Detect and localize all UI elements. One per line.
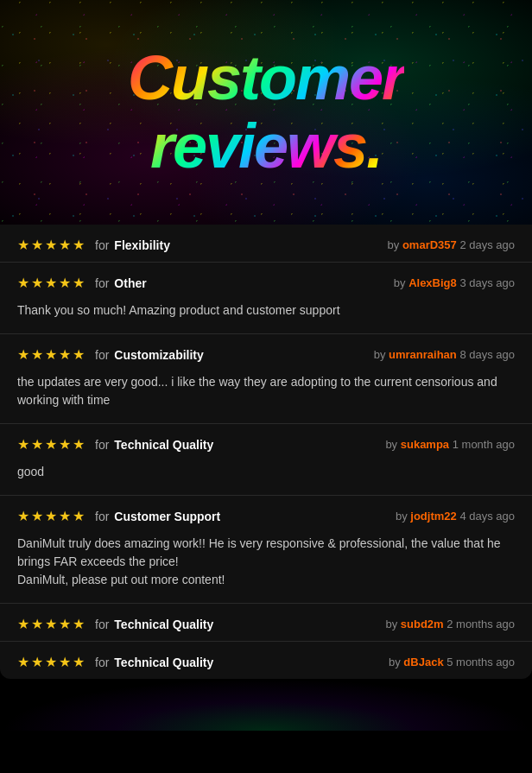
review-time: 2 months ago [444,618,515,630]
review-row: ★★★★★ for Technical Qualityby sukampa 1 … [0,424,532,496]
for-label: for [95,276,109,290]
review-left: ★★★★★ for Other [17,275,147,291]
review-meta: by sukampa 1 month ago [385,438,515,451]
star-rating: ★★★★★ [17,346,86,363]
review-row: ★★★★★ for Technical Qualityby subd2m 2 m… [0,604,532,642]
reviewer-name: umranraihan [389,348,457,361]
review-meta: by jodjtm22 4 days ago [396,510,515,523]
reviewer-name: AlexBig8 [408,276,457,289]
review-body: DaniMult truly does amazing work!! He is… [0,533,532,603]
reviewer-name: omarD357 [402,238,457,251]
for-label: for [95,438,109,452]
bottom-decoration [0,679,532,731]
review-left: ★★★★★ for Flexibility [17,237,170,253]
reviewer-name: jodjtm22 [410,510,456,523]
category-label: Technical Quality [114,618,213,631]
by-label: by [389,656,403,668]
review-header: ★★★★★ for Technical Qualityby subd2m 2 m… [0,604,532,641]
review-left: ★★★★★ for Customizability [17,346,204,363]
category-label: Other [114,276,146,290]
star-rating: ★★★★★ [17,275,86,291]
review-header: ★★★★★ for Customizabilityby umranraihan … [0,334,532,371]
for-label: for [95,510,109,523]
hero-title: Customerreviews. [128,44,404,181]
by-label: by [396,510,410,523]
category-label: Technical Quality [114,438,213,452]
by-label: by [388,238,402,251]
review-time: 2 days ago [457,238,515,251]
review-meta: by dBJack 5 months ago [389,656,515,668]
reviewer-name: sukampa [401,438,449,451]
star-rating: ★★★★★ [17,436,86,453]
review-header: ★★★★★ for Technical Qualityby dBJack 5 m… [0,642,532,679]
reviewer-name: dBJack [403,656,443,668]
review-time: 1 month ago [449,438,515,451]
review-left: ★★★★★ for Customer Support [17,508,220,524]
review-time: 5 months ago [444,656,515,668]
reviews-section: ★★★★★ for Flexibilityby omarD357 2 days … [0,225,532,679]
review-row: ★★★★★ for Technical Qualityby dBJack 5 m… [0,642,532,679]
review-meta: by AlexBig8 3 days ago [394,276,515,289]
category-label: Customer Support [114,510,220,523]
for-label: for [95,656,109,669]
star-rating: ★★★★★ [17,237,86,253]
review-time: 8 days ago [457,348,515,361]
for-label: for [95,348,109,362]
review-header: ★★★★★ for Otherby AlexBig8 3 days ago [0,263,532,300]
by-label: by [385,438,400,451]
review-row: ★★★★★ for Customer Supportby jodjtm22 4 … [0,496,532,604]
review-time: 4 days ago [457,510,515,523]
star-rating: ★★★★★ [17,616,86,632]
review-body: Thank you so much! Amazing product and c… [0,300,532,333]
for-label: for [95,618,109,631]
review-time: 3 days ago [457,276,515,289]
by-label: by [394,276,408,289]
hero-title-text: Customerreviews. [128,44,404,181]
review-body: good [0,461,532,495]
review-left: ★★★★★ for Technical Quality [17,436,213,453]
category-label: Customizability [114,348,203,362]
review-meta: by omarD357 2 days ago [388,238,515,251]
category-label: Technical Quality [114,656,213,669]
review-row: ★★★★★ for Otherby AlexBig8 3 days agoTha… [0,263,532,334]
review-left: ★★★★★ for Technical Quality [17,654,213,670]
category-label: Flexibility [114,238,170,252]
star-rating: ★★★★★ [17,654,86,670]
by-label: by [374,348,389,361]
review-header: ★★★★★ for Technical Qualityby sukampa 1 … [0,424,532,461]
review-body: the updates are very good... i like the … [0,371,532,423]
review-meta: by subd2m 2 months ago [385,618,515,630]
review-row: ★★★★★ for Flexibilityby omarD357 2 days … [0,225,532,263]
hero-section: Customerreviews. [0,0,532,225]
review-row: ★★★★★ for Customizabilityby umranraihan … [0,334,532,424]
review-header: ★★★★★ for Flexibilityby omarD357 2 days … [0,225,532,262]
review-meta: by umranraihan 8 days ago [374,348,515,361]
star-rating: ★★★★★ [17,508,86,524]
for-label: for [95,238,109,252]
review-header: ★★★★★ for Customer Supportby jodjtm22 4 … [0,496,532,533]
reviewer-name: subd2m [401,618,444,630]
review-left: ★★★★★ for Technical Quality [17,616,213,632]
by-label: by [385,618,400,630]
